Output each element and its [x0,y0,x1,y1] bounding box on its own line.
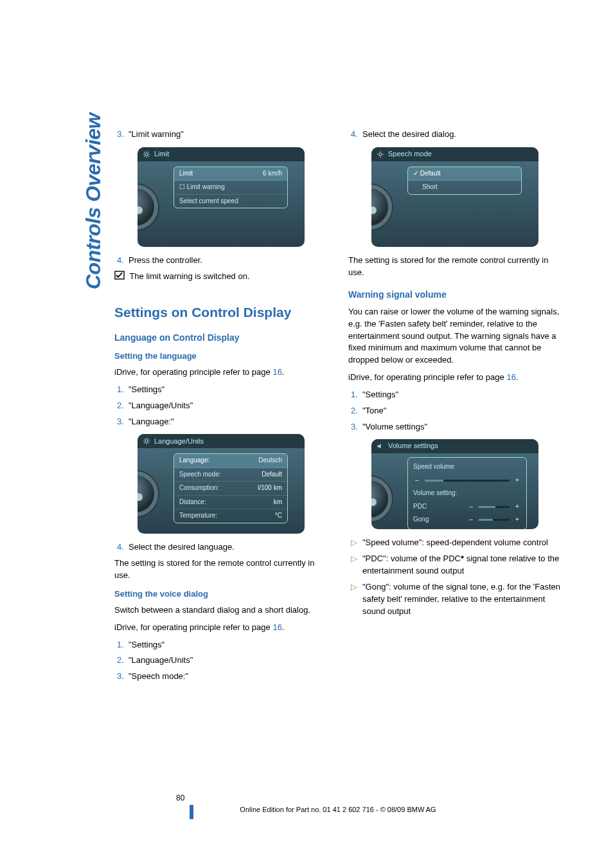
menu-item: ✓ Default [413,169,516,179]
menu-value: l/100 km [258,484,282,493]
page-link[interactable]: 16 [272,622,281,632]
step-number: 3. [117,671,129,683]
heading-warning-signal-volume: Warning signal volume [348,288,562,301]
idrive-ref-2: iDrive, for operating principle refer to… [114,622,328,634]
step-text: "Settings" [129,384,328,396]
triangle-bullet-icon: ▷ [351,581,362,618]
bullet-speed-volume: ▷ "Speed volume": speed-dependent volume… [351,537,562,549]
screen-title: Language/Units [154,437,204,447]
step-text: "Limit warning" [129,129,328,141]
step-number: 4. [351,129,362,141]
step-number: 2. [117,400,129,412]
minus-icon: – [413,476,421,485]
idrive-ref-3: iDrive, for operating principle refer to… [348,372,562,384]
step-number: 4. [117,541,129,554]
step-text: Select the desired language. [129,541,328,554]
volume-setting-label: Volume setting: [413,489,521,498]
step-number: 4. [117,255,129,267]
menu-item: Temperature: [179,511,275,521]
lang-step-4: 4. Select the desired language. [117,541,328,554]
menu-item: Limit [179,169,263,179]
step-number: 2. [351,405,362,417]
screenshot-speech-mode: Speech mode ✓ Default Short [371,147,538,247]
screenshot-volume-settings: Volume settings Speed volume –+ Volume s… [371,439,538,529]
stored-remote: The setting is stored for the remote con… [348,255,562,279]
voice-step: 1."Settings" [117,639,328,651]
menu-value: °C [275,511,282,521]
plus-icon: + [513,476,521,485]
check-text: The limit warning is switched on. [129,271,249,281]
screen-title: Speech mode [388,149,432,159]
heading-language-control-display: Language on Control Display [114,331,328,344]
limit-switched-on: The limit warning is switched on. [114,271,328,284]
menu-item: Language: [179,456,258,466]
menu-item: Distance: [179,498,274,507]
voice-step: 2."Language/Units" [117,655,328,667]
left-column: 3. "Limit warning" Limit Limit6 km/h ☐ L… [114,129,328,687]
minus-icon: – [467,515,475,525]
menu-item: ☐ Limit warning [179,183,282,192]
step-number: 1. [351,389,362,401]
stored-remote: The setting is stored for the remote con… [114,557,328,582]
bullet-gong: ▷ "Gong": volume of the signal tone, e.g… [351,581,562,618]
page-number: 80 [176,793,184,804]
menu-item: Select current speed [179,197,282,206]
step-text: "Language:" [129,416,328,428]
step-number: 3. [117,129,129,141]
heading-setting-voice-dialog: Setting the voice dialog [114,588,328,601]
step-text: "Tone" [362,405,562,417]
minus-icon: – [467,502,475,512]
plus-icon: + [513,515,521,525]
idrive-ref-1: iDrive, for operating principle refer to… [114,366,328,379]
lang-step: 2."Language/Units" [117,400,328,412]
step-text: "Settings" [129,639,328,651]
warning-desc: You can raise or lower the volume of the… [348,306,562,366]
bullet-text: "Speed volume": speed-dependent volume c… [362,537,562,549]
vol-step: 2."Tone" [351,405,562,417]
screenshot-language-units: Language/Units Language:Deutsch Speech m… [138,434,305,534]
screen-title: Volume settings [388,441,438,451]
screenshot-limit: Limit Limit6 km/h ☐ Limit warning Select… [138,147,305,247]
triangle-bullet-icon: ▷ [351,537,362,549]
menu-value: km [274,498,282,507]
pdc-label: PDC [413,502,463,512]
plus-icon: + [513,502,521,512]
gear-icon [143,437,150,445]
step-press-controller: 4. Press the controller. [117,255,328,267]
gear-icon [143,150,150,158]
speed-volume-label: Speed volume [413,462,521,472]
checkbox-icon [114,271,125,284]
step-number: 2. [117,655,129,667]
voice-step: 3."Speech mode:" [117,671,328,683]
menu-item: Short [413,183,516,192]
menu-value: 6 km/h [263,169,282,179]
vol-step: 3."Volume settings" [351,421,562,433]
step-text: "Settings" [362,389,562,401]
menu-item: Consumption: [179,484,258,493]
bullet-text: "PDC": volume of the PDC* signal tone re… [362,553,562,577]
step-number: 3. [117,416,129,428]
right-column: 4. Select the desired dialog. Speech mod… [348,129,562,687]
step-number: 1. [117,384,129,396]
step-text: Press the controller. [129,255,328,267]
menu-value: Deutsch [258,456,282,466]
vol-step: 1."Settings" [351,389,562,401]
footer-copyright: Online Edition for Part no. 01 41 2 602 … [114,805,562,815]
step-text: "Language/Units" [129,655,328,667]
step-number: 3. [351,421,362,433]
step-text: "Language/Units" [129,400,328,412]
page-link[interactable]: 16 [272,367,281,377]
page-link[interactable]: 16 [506,372,515,382]
bullet-pdc: ▷ "PDC": volume of the PDC* signal tone … [351,553,562,577]
lang-step: 1."Settings" [117,384,328,396]
gear-icon [377,150,384,158]
voice-desc: Switch between a standard dialog and a s… [114,604,328,617]
lang-step: 3."Language:" [117,416,328,428]
heading-settings-control-display: Settings on Control Display [114,303,328,322]
step-select-dialog: 4. Select the desired dialog. [351,129,562,141]
step-text: "Speech mode:" [129,671,328,683]
heading-setting-language: Setting the language [114,350,328,363]
svg-point-3 [379,153,382,156]
svg-point-2 [145,440,148,443]
svg-point-0 [145,153,148,156]
